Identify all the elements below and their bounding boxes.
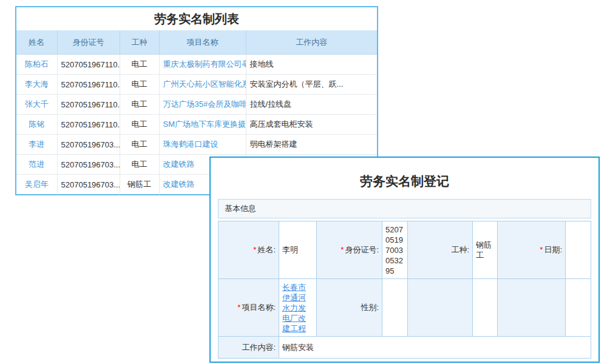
trade-cell: 电工	[120, 55, 159, 75]
work-content-field[interactable]: 钢筋安装	[279, 337, 591, 359]
required-asterisk: *	[540, 245, 543, 254]
gender-field[interactable]	[382, 279, 408, 337]
trade-cell: 电工	[120, 135, 159, 155]
name-label: *姓名:	[219, 221, 279, 279]
trade-cell: 钢筋工	[120, 175, 159, 195]
trade-label: 工种:	[408, 221, 473, 279]
project-name-link[interactable]: 万达广场35#会所及咖啡...	[159, 95, 246, 115]
id-number-label: *身份证号:	[317, 221, 382, 279]
table-row: 陈柏石 5207051967110... 电工 重庆太极制药有限公司亳... 接…	[16, 55, 377, 75]
worker-name-link[interactable]: 陈铭	[16, 115, 57, 135]
work-content-label: 工作内容:	[219, 337, 279, 359]
name-field[interactable]: 李明	[279, 221, 317, 279]
work-content-cell: 安装室内分机（平层、跃...	[246, 75, 377, 95]
work-content-cell: 拉线/拉线盘	[246, 95, 377, 115]
labor-registration-panel: 劳务实名制登记 基本信息 *姓名: 李明 *身份证号: 520705197003…	[209, 157, 600, 363]
id-number-cell: 5207051967110...	[57, 115, 120, 135]
table-row: 张大千 5207051967110... 电工 万达广场35#会所及咖啡... …	[16, 95, 377, 115]
worker-name-link[interactable]: 陈柏石	[16, 55, 57, 75]
work-content-cell: 弱电桥架搭建	[246, 135, 377, 155]
trade-cell: 电工	[120, 115, 159, 135]
table-row: 李进 520705196703... 电工 珠海鹤港口建设 弱电桥架搭建	[16, 135, 377, 155]
date-label: *日期:	[498, 221, 566, 279]
list-title: 劳务实名制列表	[16, 7, 377, 30]
table-row: 陈铭 5207051967110... 电工 SM广场地下车库更换摄... 高压…	[16, 115, 377, 135]
col-header-project: 项目名称	[159, 30, 246, 55]
id-number-cell: 520705196703...	[57, 135, 120, 155]
col-header-trade: 工种	[120, 30, 159, 55]
list-header-row: 姓名 身份证号 工种 项目名称 工作内容	[16, 30, 377, 55]
worker-name-link[interactable]: 张大千	[16, 95, 57, 115]
project-name-link[interactable]: 重庆太极制药有限公司亳...	[159, 55, 246, 75]
col-header-id-number: 身份证号	[57, 30, 120, 55]
form-row-1: *姓名: 李明 *身份证号: 520705197003053295 工种: 钢筋…	[219, 221, 591, 279]
col-header-work-content: 工作内容	[246, 30, 377, 55]
project-name-link[interactable]: 长春市伊通河水力发电厂改建工程	[282, 282, 308, 334]
trade-field[interactable]: 钢筋工	[473, 221, 498, 279]
required-asterisk: *	[341, 245, 344, 254]
table-row: 李大海 5207051967110... 电工 广州天心苑小区智能化系... 安…	[16, 75, 377, 95]
project-field[interactable]: 长春市伊通河水力发电厂改建工程	[279, 279, 317, 337]
worker-name-link[interactable]: 李进	[16, 135, 57, 155]
project-name-link[interactable]: 广州天心苑小区智能化系...	[159, 75, 246, 95]
trade-cell: 电工	[120, 75, 159, 95]
worker-name-link[interactable]: 范进	[16, 155, 57, 175]
screen: 劳务实名制列表 姓名 身份证号 工种 项目名称 工作内容 陈柏石 52070	[0, 0, 607, 364]
required-asterisk: *	[253, 245, 256, 254]
id-number-cell: 5207051967110...	[57, 75, 120, 95]
form-title: 劳务实名制登记	[211, 158, 599, 199]
empty-label-cell	[408, 279, 473, 337]
id-number-cell: 5207051967110...	[57, 95, 120, 115]
trade-cell: 电工	[120, 95, 159, 115]
empty-label-cell	[498, 279, 566, 337]
form-row-3: 工作内容: 钢筋安装	[219, 337, 591, 359]
section-header-basic-info: 基本信息	[218, 199, 591, 218]
work-content-cell: 高压成套电柜安装	[246, 115, 377, 135]
id-number-cell: 520705196703...	[57, 175, 120, 195]
id-number-cell: 5207051967110...	[57, 55, 120, 75]
col-header-name: 姓名	[16, 30, 57, 55]
work-content-cell: 接地线	[246, 55, 377, 75]
empty-value-cell	[473, 279, 498, 337]
id-number-cell: 520705196703...	[57, 155, 120, 175]
project-name-link[interactable]: SM广场地下车库更换摄...	[159, 115, 246, 135]
project-name-link[interactable]: 珠海鹤港口建设	[159, 135, 246, 155]
required-asterisk: *	[237, 303, 240, 312]
date-field[interactable]	[566, 221, 591, 279]
registration-form-table: *姓名: 李明 *身份证号: 520705197003053295 工种: 钢筋…	[218, 221, 591, 359]
worker-name-link[interactable]: 吴启年	[16, 175, 57, 195]
trade-cell: 电工	[120, 155, 159, 175]
form-row-2: *项目名称: 长春市伊通河水力发电厂改建工程 性别:	[219, 279, 591, 337]
worker-name-link[interactable]: 李大海	[16, 75, 57, 95]
id-number-field[interactable]: 520705197003053295	[382, 221, 408, 279]
gender-label: 性别:	[317, 279, 382, 337]
project-label: *项目名称:	[219, 279, 279, 337]
empty-value-cell	[566, 279, 591, 337]
